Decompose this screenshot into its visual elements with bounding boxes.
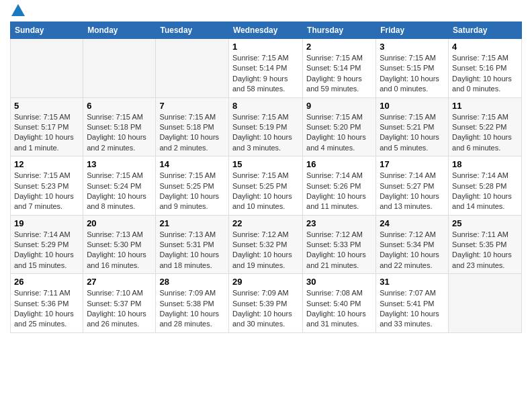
cell-info: Sunrise: 7:15 AMSunset: 5:17 PMDaylight:… [14,112,79,154]
calendar-cell: 18Sunrise: 7:14 AMSunset: 5:28 PMDayligh… [449,156,522,216]
cell-info: Sunrise: 7:15 AMSunset: 5:24 PMDaylight:… [87,171,152,212]
cell-info: Sunrise: 7:14 AMSunset: 5:28 PMDaylight:… [452,171,518,212]
calendar-header-sunday: Sunday [11,22,83,39]
calendar-cell: 11Sunrise: 7:15 AMSunset: 5:22 PMDayligh… [449,97,522,156]
cell-date: 31 [380,277,445,287]
cell-date: 28 [159,277,225,287]
cell-date: 30 [306,277,372,287]
cell-date: 21 [159,218,225,228]
cell-info: Sunrise: 7:15 AMSunset: 5:14 PMDaylight:… [306,53,372,95]
calendar-cell: 5Sunrise: 7:15 AMSunset: 5:17 PMDaylight… [11,97,83,156]
cell-date: 22 [232,218,299,228]
calendar-cell [83,39,156,98]
cell-info: Sunrise: 7:15 AMSunset: 5:18 PMDaylight:… [87,112,152,154]
calendar-cell: 8Sunrise: 7:15 AMSunset: 5:19 PMDaylight… [228,97,302,156]
cell-date: 20 [87,218,152,228]
calendar-week-row: 26Sunrise: 7:11 AMSunset: 5:36 PMDayligh… [11,274,522,333]
calendar-cell: 2Sunrise: 7:15 AMSunset: 5:14 PMDaylight… [303,39,376,98]
cell-date: 26 [14,277,79,287]
cell-date: 2 [306,42,372,52]
calendar-cell: 1Sunrise: 7:15 AMSunset: 5:14 PMDaylight… [228,39,302,98]
calendar-cell: 22Sunrise: 7:12 AMSunset: 5:32 PMDayligh… [228,215,302,274]
calendar-cell: 31Sunrise: 7:07 AMSunset: 5:41 PMDayligh… [376,274,449,333]
calendar-cell: 23Sunrise: 7:12 AMSunset: 5:33 PMDayligh… [303,215,376,274]
cell-info: Sunrise: 7:11 AMSunset: 5:35 PMDaylight:… [452,230,518,271]
calendar-table: SundayMondayTuesdayWednesdayThursdayFrid… [10,21,522,333]
page-header [10,7,522,16]
calendar-week-row: 12Sunrise: 7:15 AMSunset: 5:23 PMDayligh… [11,156,522,216]
cell-date: 6 [87,101,152,111]
cell-date: 17 [380,159,445,169]
cell-date: 13 [87,159,152,169]
cell-date: 8 [232,101,299,111]
cell-info: Sunrise: 7:15 AMSunset: 5:23 PMDaylight:… [14,171,79,212]
calendar-cell: 27Sunrise: 7:10 AMSunset: 5:37 PMDayligh… [83,274,156,333]
cell-info: Sunrise: 7:12 AMSunset: 5:32 PMDaylight:… [232,230,299,271]
cell-date: 16 [306,159,372,169]
calendar-cell: 28Sunrise: 7:09 AMSunset: 5:38 PMDayligh… [156,274,229,333]
cell-date: 4 [452,42,518,52]
calendar-cell: 24Sunrise: 7:12 AMSunset: 5:34 PMDayligh… [376,215,449,274]
calendar-cell: 4Sunrise: 7:15 AMSunset: 5:16 PMDaylight… [449,39,522,98]
calendar-cell: 17Sunrise: 7:14 AMSunset: 5:27 PMDayligh… [376,156,449,216]
cell-info: Sunrise: 7:14 AMSunset: 5:29 PMDaylight:… [14,230,79,271]
calendar-cell: 9Sunrise: 7:15 AMSunset: 5:20 PMDaylight… [303,97,376,156]
calendar-cell [11,39,83,98]
calendar-cell: 19Sunrise: 7:14 AMSunset: 5:29 PMDayligh… [11,215,83,274]
calendar-cell: 20Sunrise: 7:13 AMSunset: 5:30 PMDayligh… [83,215,156,274]
cell-info: Sunrise: 7:15 AMSunset: 5:15 PMDaylight:… [380,53,445,95]
calendar-header-row: SundayMondayTuesdayWednesdayThursdayFrid… [11,22,522,39]
cell-info: Sunrise: 7:15 AMSunset: 5:25 PMDaylight:… [159,171,225,212]
cell-date: 10 [380,101,445,111]
cell-date: 29 [232,277,299,287]
cell-info: Sunrise: 7:15 AMSunset: 5:18 PMDaylight:… [159,112,225,154]
calendar-cell: 14Sunrise: 7:15 AMSunset: 5:25 PMDayligh… [156,156,229,216]
cell-date: 12 [14,159,79,169]
svg-marker-0 [11,4,25,16]
cell-info: Sunrise: 7:11 AMSunset: 5:36 PMDaylight:… [14,288,79,330]
cell-date: 9 [306,101,372,111]
cell-info: Sunrise: 7:09 AMSunset: 5:38 PMDaylight:… [159,288,225,330]
calendar-cell: 15Sunrise: 7:15 AMSunset: 5:25 PMDayligh… [228,156,302,216]
cell-info: Sunrise: 7:14 AMSunset: 5:27 PMDaylight:… [380,171,445,212]
calendar-cell [449,274,522,333]
cell-date: 18 [452,159,518,169]
calendar-cell: 30Sunrise: 7:08 AMSunset: 5:40 PMDayligh… [303,274,376,333]
cell-info: Sunrise: 7:07 AMSunset: 5:41 PMDaylight:… [380,288,445,330]
cell-date: 25 [452,218,518,228]
calendar-cell [156,39,229,98]
logo [10,7,25,16]
cell-date: 27 [87,277,152,287]
cell-info: Sunrise: 7:13 AMSunset: 5:31 PMDaylight:… [159,230,225,271]
cell-info: Sunrise: 7:09 AMSunset: 5:39 PMDaylight:… [232,288,299,330]
calendar-cell: 10Sunrise: 7:15 AMSunset: 5:21 PMDayligh… [376,97,449,156]
cell-date: 3 [380,42,445,52]
calendar-week-row: 5Sunrise: 7:15 AMSunset: 5:17 PMDaylight… [11,97,522,156]
calendar-cell: 6Sunrise: 7:15 AMSunset: 5:18 PMDaylight… [83,97,156,156]
calendar-cell: 16Sunrise: 7:14 AMSunset: 5:26 PMDayligh… [303,156,376,216]
calendar-cell: 26Sunrise: 7:11 AMSunset: 5:36 PMDayligh… [11,274,83,333]
calendar-week-row: 1Sunrise: 7:15 AMSunset: 5:14 PMDaylight… [11,39,522,98]
cell-info: Sunrise: 7:13 AMSunset: 5:30 PMDaylight:… [87,230,152,271]
calendar-header-tuesday: Tuesday [156,22,229,39]
cell-date: 24 [380,218,445,228]
cell-info: Sunrise: 7:15 AMSunset: 5:14 PMDaylight:… [232,53,299,95]
page-container: SundayMondayTuesdayWednesdayThursdayFrid… [0,0,532,340]
calendar-cell: 25Sunrise: 7:11 AMSunset: 5:35 PMDayligh… [449,215,522,274]
cell-info: Sunrise: 7:12 AMSunset: 5:33 PMDaylight:… [306,230,372,271]
calendar-header-saturday: Saturday [449,22,522,39]
cell-info: Sunrise: 7:15 AMSunset: 5:20 PMDaylight:… [306,112,372,154]
calendar-header-monday: Monday [83,22,156,39]
cell-date: 19 [14,218,79,228]
cell-info: Sunrise: 7:15 AMSunset: 5:19 PMDaylight:… [232,112,299,154]
calendar-cell: 29Sunrise: 7:09 AMSunset: 5:39 PMDayligh… [228,274,302,333]
calendar-cell: 12Sunrise: 7:15 AMSunset: 5:23 PMDayligh… [11,156,83,216]
cell-info: Sunrise: 7:10 AMSunset: 5:37 PMDaylight:… [87,288,152,330]
cell-date: 5 [14,101,79,111]
calendar-header-friday: Friday [376,22,449,39]
cell-info: Sunrise: 7:15 AMSunset: 5:16 PMDaylight:… [452,53,518,95]
calendar-cell: 21Sunrise: 7:13 AMSunset: 5:31 PMDayligh… [156,215,229,274]
calendar-header-wednesday: Wednesday [228,22,302,39]
cell-info: Sunrise: 7:15 AMSunset: 5:22 PMDaylight:… [452,112,518,154]
cell-date: 23 [306,218,372,228]
